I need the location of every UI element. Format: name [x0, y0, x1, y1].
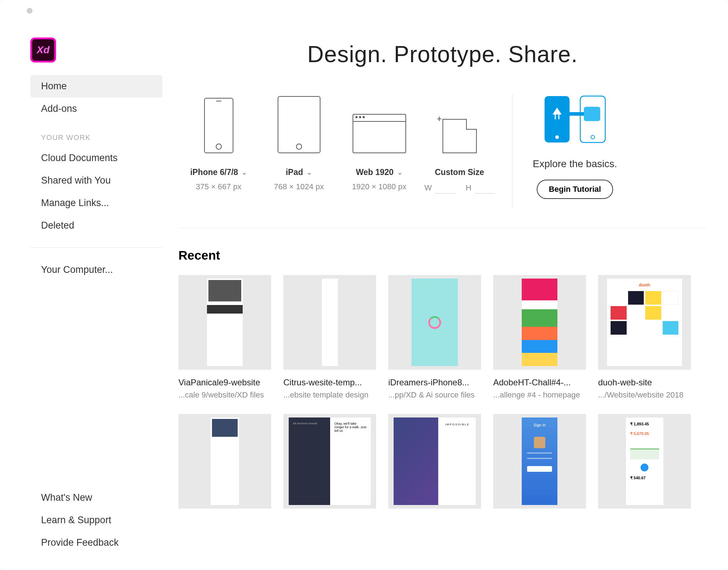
nav-provide-feedback[interactable]: Provide Feedback — [30, 531, 162, 554]
recent-path: ...pp/XD & Ai source files — [388, 390, 481, 400]
preset-label-text: iPad — [286, 168, 303, 177]
thumbnail — [493, 275, 586, 370]
recent-item[interactable]: All services includeOkay, we'll take Gin… — [283, 414, 376, 516]
window-dot[interactable] — [27, 8, 32, 14]
nav-cloud-documents[interactable]: Cloud Documents — [30, 147, 162, 169]
nav-addons[interactable]: Add-ons — [30, 98, 162, 120]
thumbnail — [178, 275, 271, 370]
recent-path: .../Website/website 2018 — [598, 390, 691, 400]
vertical-separator — [512, 94, 512, 209]
main-content: Design. Prototype. Share. iPhone 6/7/8 ⌄… — [178, 41, 707, 516]
recent-item[interactable] — [178, 414, 271, 516]
preset-web[interactable]: Web 1920 ⌄ 1920 × 1080 px — [339, 94, 419, 191]
nav-deleted[interactable]: Deleted — [30, 214, 162, 237]
begin-tutorial-button[interactable]: Begin Tutorial — [537, 180, 613, 199]
presets-row: iPhone 6/7/8 ⌄ 375 × 667 px iPad ⌄ 768 ×… — [178, 94, 707, 229]
thumbnail — [388, 275, 481, 370]
preset-label-text: Web 1920 — [356, 168, 394, 177]
tutorial-panel: Explore the basics. Begin Tutorial — [525, 94, 625, 199]
recent-path: ...cale 9/website/XD files — [178, 390, 271, 400]
preset-label: iPhone 6/7/8 ⌄ — [190, 168, 247, 177]
window-controls — [27, 8, 32, 15]
preset-dims: 1920 × 1080 px — [352, 182, 406, 191]
xd-logo-text: Xd — [32, 39, 54, 61]
recent-path: ...ebsite template design — [283, 390, 376, 400]
bottom-nav: What's New Learn & Support Provide Feedb… — [30, 486, 162, 554]
xd-logo: Xd — [30, 38, 56, 62]
browser-icon — [353, 94, 406, 153]
recent-path: ...allenge #4 - homepage — [493, 390, 586, 400]
recent-item[interactable]: Citrus-wesite-temp... ...ebsite template… — [283, 275, 376, 400]
nav-your-computer[interactable]: Your Computer... — [30, 259, 162, 281]
preset-label: Custom Size — [435, 168, 484, 177]
chevron-down-icon[interactable]: ⌄ — [242, 169, 247, 176]
custom-inputs: W H — [424, 182, 495, 194]
width-label: W — [424, 183, 432, 192]
thumbnail — [598, 275, 691, 370]
preset-dims: 768 × 1024 px — [274, 182, 324, 191]
thumbnail: All services includeOkay, we'll take Gin… — [283, 414, 376, 509]
svg-rect-5 — [584, 107, 600, 121]
recent-grid: ViaPanicale9-website ...cale 9/website/X… — [178, 275, 707, 516]
recent-item[interactable]: ₹ 1,893.45 ₹ 5,670.05 ₹ 540.67 — [598, 414, 691, 516]
thumbnail — [493, 414, 586, 509]
recent-name: iDreamers-iPhone8... — [388, 378, 481, 388]
custom-size-icon: + — [443, 94, 477, 153]
preset-label: Web 1920 ⌄ — [356, 168, 403, 177]
chevron-down-icon[interactable]: ⌄ — [307, 169, 312, 176]
recent-item[interactable] — [493, 414, 586, 516]
svg-point-1 — [555, 135, 559, 139]
tutorial-icon — [541, 94, 609, 148]
nav-learn-support[interactable]: Learn & Support — [30, 509, 162, 531]
recent-title: Recent — [178, 248, 707, 262]
nav-shared-with-you[interactable]: Shared with You — [30, 169, 162, 192]
preset-label-text: Custom Size — [435, 168, 484, 177]
preset-ipad[interactable]: iPad ⌄ 768 × 1024 px — [259, 94, 339, 191]
recent-item[interactable]: IMPOSSIBLE — [388, 414, 481, 516]
recent-item[interactable]: ViaPanicale9-website ...cale 9/website/X… — [178, 275, 271, 400]
recent-name: duoh-web-site — [598, 378, 691, 388]
height-label: H — [466, 183, 471, 192]
sidebar-divider — [30, 248, 162, 248]
tutorial-text: Explore the basics. — [533, 158, 617, 170]
recent-item[interactable]: iDreamers-iPhone8... ...pp/XD & Ai sourc… — [388, 275, 481, 400]
svg-point-3 — [591, 135, 595, 139]
nav-home[interactable]: Home — [30, 75, 162, 98]
preset-label-text: iPhone 6/7/8 — [190, 168, 238, 177]
hero-title: Design. Prototype. Share. — [178, 41, 707, 68]
tablet-icon — [278, 94, 320, 153]
height-input[interactable] — [475, 182, 495, 194]
width-input[interactable] — [435, 182, 455, 194]
thumbnail — [178, 414, 271, 509]
preset-dims: 375 × 667 px — [196, 182, 242, 191]
chevron-down-icon[interactable]: ⌄ — [397, 169, 403, 176]
recent-name: ViaPanicale9-website — [178, 378, 271, 388]
preset-iphone[interactable]: iPhone 6/7/8 ⌄ 375 × 667 px — [178, 94, 259, 191]
recent-item[interactable]: AdobeHT-Chall#4-... ...allenge #4 - home… — [493, 275, 586, 400]
sidebar: Xd Home Add-ons YOUR WORK Cloud Document… — [30, 38, 162, 281]
nav-manage-links[interactable]: Manage Links... — [30, 192, 162, 214]
recent-item[interactable]: duoh-web-site .../Website/website 2018 — [598, 275, 691, 400]
recent-name: Citrus-wesite-temp... — [283, 378, 376, 388]
thumbnail: IMPOSSIBLE — [388, 414, 481, 509]
your-work-label: YOUR WORK — [30, 120, 162, 147]
thumbnail — [283, 275, 376, 370]
preset-custom[interactable]: + Custom Size W H — [419, 94, 500, 194]
preset-label: iPad ⌄ — [286, 168, 312, 177]
thumbnail: ₹ 1,893.45 ₹ 5,670.05 ₹ 540.67 — [598, 414, 691, 509]
phone-icon — [204, 94, 233, 153]
nav-whats-new[interactable]: What's New — [30, 486, 162, 509]
recent-name: AdobeHT-Chall#4-... — [493, 378, 586, 388]
